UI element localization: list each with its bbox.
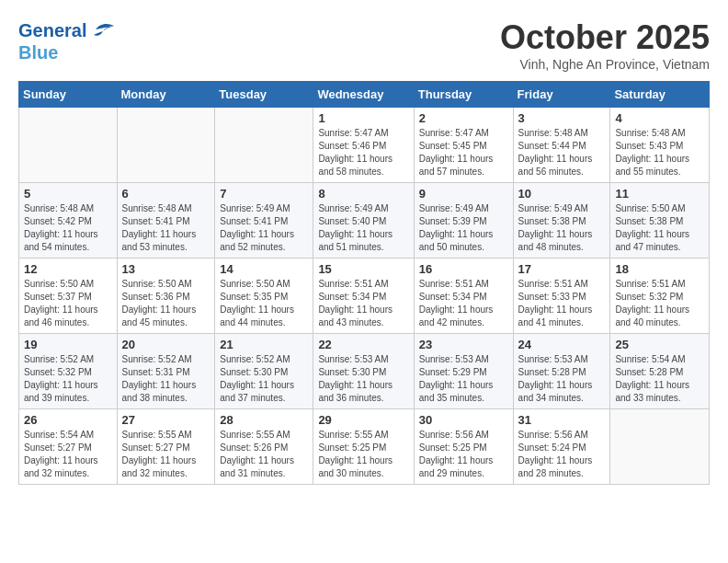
calendar-cell: 20Sunrise: 5:52 AMSunset: 5:31 PMDayligh… (117, 334, 215, 409)
day-number: 5 (24, 187, 112, 201)
day-info: Sunrise: 5:55 AMSunset: 5:27 PMDaylight:… (122, 429, 210, 480)
location-subtitle: Vinh, Nghe An Province, Vietnam (500, 57, 710, 72)
calendar-cell (19, 108, 118, 183)
day-number: 13 (122, 262, 210, 276)
logo-text-general: General (18, 20, 86, 40)
calendar-cell: 9Sunrise: 5:49 AMSunset: 5:39 PMDaylight… (414, 183, 513, 259)
day-number: 7 (220, 187, 308, 201)
calendar-cell: 7Sunrise: 5:49 AMSunset: 5:41 PMDaylight… (215, 183, 313, 259)
calendar-cell: 1Sunrise: 5:47 AMSunset: 5:46 PMDaylight… (313, 108, 414, 183)
day-number: 17 (518, 262, 606, 276)
day-info: Sunrise: 5:56 AMSunset: 5:25 PMDaylight:… (419, 429, 508, 480)
day-number: 18 (615, 262, 704, 276)
calendar-table: SundayMondayTuesdayWednesdayThursdayFrid… (18, 81, 710, 485)
day-info: Sunrise: 5:50 AMSunset: 5:37 PMDaylight:… (24, 278, 112, 329)
day-number: 1 (318, 111, 408, 125)
header-friday: Friday (513, 82, 610, 108)
day-info: Sunrise: 5:56 AMSunset: 5:24 PMDaylight:… (518, 429, 606, 480)
day-info: Sunrise: 5:52 AMSunset: 5:30 PMDaylight:… (220, 353, 308, 405)
day-info: Sunrise: 5:49 AMSunset: 5:41 PMDaylight:… (220, 202, 308, 254)
day-number: 21 (220, 338, 308, 351)
day-number: 14 (220, 262, 308, 276)
calendar-cell: 18Sunrise: 5:51 AMSunset: 5:32 PMDayligh… (610, 259, 710, 334)
day-number: 4 (615, 111, 704, 125)
day-number: 25 (615, 338, 704, 351)
day-number: 29 (318, 413, 408, 427)
day-number: 30 (419, 413, 508, 427)
calendar-cell: 15Sunrise: 5:51 AMSunset: 5:34 PMDayligh… (313, 259, 414, 334)
calendar-cell: 28Sunrise: 5:55 AMSunset: 5:26 PMDayligh… (215, 409, 313, 485)
week-row-4: 19Sunrise: 5:52 AMSunset: 5:32 PMDayligh… (19, 334, 710, 409)
day-number: 24 (518, 338, 606, 351)
calendar-cell: 3Sunrise: 5:48 AMSunset: 5:44 PMDaylight… (513, 108, 610, 183)
day-info: Sunrise: 5:51 AMSunset: 5:32 PMDaylight:… (615, 278, 704, 329)
day-number: 27 (122, 413, 210, 427)
day-info: Sunrise: 5:54 AMSunset: 5:28 PMDaylight:… (615, 353, 704, 405)
calendar-cell: 27Sunrise: 5:55 AMSunset: 5:27 PMDayligh… (117, 409, 215, 485)
title-block: October 2025 Vinh, Nghe An Province, Vie… (500, 18, 710, 72)
day-number: 6 (122, 187, 210, 201)
day-number: 26 (24, 413, 112, 427)
page-header: General Blue October 2025 Vinh, Nghe An … (18, 18, 710, 72)
week-row-1: 1Sunrise: 5:47 AMSunset: 5:46 PMDaylight… (19, 108, 710, 183)
calendar-cell: 10Sunrise: 5:49 AMSunset: 5:38 PMDayligh… (513, 183, 610, 259)
calendar-cell: 13Sunrise: 5:50 AMSunset: 5:36 PMDayligh… (117, 259, 215, 334)
calendar-cell: 31Sunrise: 5:56 AMSunset: 5:24 PMDayligh… (513, 409, 610, 485)
day-info: Sunrise: 5:49 AMSunset: 5:40 PMDaylight:… (318, 202, 408, 254)
header-wednesday: Wednesday (313, 82, 414, 108)
calendar-cell: 29Sunrise: 5:55 AMSunset: 5:25 PMDayligh… (313, 409, 414, 485)
day-info: Sunrise: 5:49 AMSunset: 5:39 PMDaylight:… (419, 202, 508, 254)
week-row-3: 12Sunrise: 5:50 AMSunset: 5:37 PMDayligh… (19, 259, 710, 334)
day-number: 8 (318, 187, 408, 201)
calendar-cell: 12Sunrise: 5:50 AMSunset: 5:37 PMDayligh… (19, 259, 118, 334)
day-number: 10 (518, 187, 606, 201)
calendar-cell: 16Sunrise: 5:51 AMSunset: 5:34 PMDayligh… (414, 259, 513, 334)
day-number: 16 (419, 262, 508, 276)
day-info: Sunrise: 5:52 AMSunset: 5:32 PMDaylight:… (24, 353, 112, 405)
day-info: Sunrise: 5:48 AMSunset: 5:42 PMDaylight:… (24, 202, 112, 254)
day-info: Sunrise: 5:55 AMSunset: 5:26 PMDaylight:… (220, 429, 308, 480)
day-number: 3 (518, 111, 606, 125)
week-row-2: 5Sunrise: 5:48 AMSunset: 5:42 PMDaylight… (19, 183, 710, 259)
day-number: 23 (419, 338, 508, 351)
day-info: Sunrise: 5:51 AMSunset: 5:33 PMDaylight:… (518, 278, 606, 329)
calendar-cell: 17Sunrise: 5:51 AMSunset: 5:33 PMDayligh… (513, 259, 610, 334)
header-tuesday: Tuesday (215, 82, 313, 108)
day-number: 12 (24, 262, 112, 276)
day-info: Sunrise: 5:55 AMSunset: 5:25 PMDaylight:… (318, 429, 408, 480)
calendar-cell: 30Sunrise: 5:56 AMSunset: 5:25 PMDayligh… (414, 409, 513, 485)
calendar-cell (215, 108, 313, 183)
calendar-cell: 2Sunrise: 5:47 AMSunset: 5:45 PMDaylight… (414, 108, 513, 183)
day-number: 2 (419, 111, 508, 125)
day-info: Sunrise: 5:50 AMSunset: 5:35 PMDaylight:… (220, 278, 308, 329)
day-number: 9 (419, 187, 508, 201)
header-row: SundayMondayTuesdayWednesdayThursdayFrid… (19, 82, 710, 108)
logo-bird-icon (88, 17, 118, 42)
day-info: Sunrise: 5:54 AMSunset: 5:27 PMDaylight:… (24, 429, 112, 480)
header-sunday: Sunday (19, 82, 118, 108)
month-title: October 2025 (500, 18, 710, 57)
calendar-cell (610, 409, 710, 485)
calendar-cell: 19Sunrise: 5:52 AMSunset: 5:32 PMDayligh… (19, 334, 118, 409)
calendar-cell: 8Sunrise: 5:49 AMSunset: 5:40 PMDaylight… (313, 183, 414, 259)
header-thursday: Thursday (414, 82, 513, 108)
day-info: Sunrise: 5:50 AMSunset: 5:36 PMDaylight:… (122, 278, 210, 329)
day-info: Sunrise: 5:48 AMSunset: 5:44 PMDaylight:… (518, 127, 606, 178)
day-info: Sunrise: 5:53 AMSunset: 5:28 PMDaylight:… (518, 353, 606, 405)
calendar-cell: 14Sunrise: 5:50 AMSunset: 5:35 PMDayligh… (215, 259, 313, 334)
calendar-cell (117, 108, 215, 183)
day-info: Sunrise: 5:50 AMSunset: 5:38 PMDaylight:… (615, 202, 704, 254)
header-monday: Monday (117, 82, 215, 108)
calendar-cell: 22Sunrise: 5:53 AMSunset: 5:30 PMDayligh… (313, 334, 414, 409)
day-number: 15 (318, 262, 408, 276)
calendar-cell: 6Sunrise: 5:48 AMSunset: 5:41 PMDaylight… (117, 183, 215, 259)
day-info: Sunrise: 5:53 AMSunset: 5:30 PMDaylight:… (318, 353, 408, 405)
day-number: 28 (220, 413, 308, 427)
header-saturday: Saturday (610, 82, 710, 108)
day-info: Sunrise: 5:52 AMSunset: 5:31 PMDaylight:… (122, 353, 210, 405)
logo: General Blue (18, 18, 118, 63)
calendar-cell: 23Sunrise: 5:53 AMSunset: 5:29 PMDayligh… (414, 334, 513, 409)
day-info: Sunrise: 5:48 AMSunset: 5:41 PMDaylight:… (122, 202, 210, 254)
calendar-cell: 11Sunrise: 5:50 AMSunset: 5:38 PMDayligh… (610, 183, 710, 259)
day-number: 20 (122, 338, 210, 351)
